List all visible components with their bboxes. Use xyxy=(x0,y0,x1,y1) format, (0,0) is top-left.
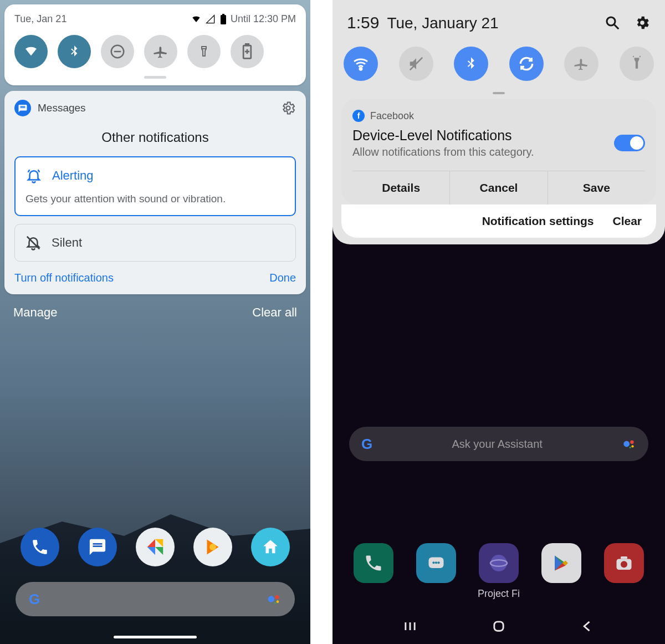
svg-point-4 xyxy=(274,602,276,604)
details-button[interactable]: Details xyxy=(352,171,450,205)
dock-phone-icon[interactable] xyxy=(354,543,393,583)
status-date: Tue, January 21 xyxy=(387,14,498,32)
facebook-app-icon: f xyxy=(352,110,365,122)
done-button[interactable]: Done xyxy=(269,272,296,284)
turn-off-notifications-link[interactable]: Turn off notifications xyxy=(14,272,114,284)
qs-flashlight-tile[interactable] xyxy=(620,47,654,81)
qs-battery-saver-tile[interactable] xyxy=(231,35,264,68)
status-time: 1:59 xyxy=(347,13,379,32)
manage-button[interactable]: Manage xyxy=(13,305,58,320)
svg-line-34 xyxy=(615,25,619,29)
svg-rect-32 xyxy=(494,622,503,631)
clear-all-button[interactable]: Clear all xyxy=(252,305,297,320)
qs-flashlight-tile[interactable] xyxy=(187,35,221,68)
svg-point-33 xyxy=(607,17,615,25)
svg-rect-11 xyxy=(245,44,248,45)
home-dock xyxy=(0,528,310,566)
svg-point-3 xyxy=(277,600,279,603)
svg-point-22 xyxy=(435,561,437,564)
wifi-status-icon xyxy=(191,14,202,25)
silent-label: Silent xyxy=(52,236,82,250)
dock-play-music-icon[interactable] xyxy=(193,528,232,566)
svg-rect-28 xyxy=(621,556,627,559)
cancel-button[interactable]: Cancel xyxy=(450,171,548,205)
dock-photos-icon[interactable] xyxy=(136,528,175,566)
dock-messages-icon[interactable] xyxy=(78,528,117,566)
svg-point-36 xyxy=(360,68,362,70)
nav-back-icon[interactable] xyxy=(580,619,595,634)
dock-play-store-icon[interactable] xyxy=(541,543,581,583)
qs-dnd-tile[interactable] xyxy=(101,35,134,68)
qs-wifi-tile[interactable] xyxy=(14,35,48,68)
silent-bell-icon xyxy=(25,234,42,251)
dock-camera-icon[interactable] xyxy=(604,543,644,583)
dock-phone-icon[interactable] xyxy=(21,528,59,566)
svg-rect-9 xyxy=(202,47,206,49)
qs-airplane-tile[interactable] xyxy=(144,35,177,68)
svg-line-39 xyxy=(633,56,633,57)
quick-settings-panel: Tue, Jan 21 Until 12:30 PM xyxy=(4,4,306,85)
notification-app-name: Facebook xyxy=(370,110,414,122)
signal-status-icon xyxy=(205,14,216,25)
notification-settings-gear-icon[interactable] xyxy=(280,100,296,116)
svg-point-18 xyxy=(631,445,633,447)
google-search-bar[interactable]: G xyxy=(16,582,295,616)
svg-point-21 xyxy=(433,561,435,564)
dock-label: Project Fi xyxy=(332,588,665,600)
alerting-option[interactable]: Alerting Gets your attention with sound … xyxy=(14,156,296,216)
status-bar: 1:59 Tue, January 21 xyxy=(332,0,665,42)
qs-airplane-tile[interactable] xyxy=(564,47,598,81)
qs-bluetooth-tile[interactable] xyxy=(454,47,488,81)
qs-wifi-tile[interactable] xyxy=(344,47,378,81)
alerting-description: Gets your attention with sound or vibrat… xyxy=(25,193,285,205)
google-logo-icon: G xyxy=(361,436,372,453)
notification-card: f Facebook Device-Level Notifications Al… xyxy=(341,99,656,205)
svg-point-1 xyxy=(268,596,275,602)
battery-until-text: Until 12:30 PM xyxy=(231,13,296,25)
svg-point-35 xyxy=(640,21,644,25)
qs-bluetooth-tile[interactable] xyxy=(58,35,91,68)
alerting-label: Alerting xyxy=(52,168,94,183)
assistant-icon xyxy=(622,437,636,451)
dock-messages-icon[interactable] xyxy=(416,543,456,583)
status-date: Tue, Jan 21 xyxy=(14,13,66,25)
svg-line-40 xyxy=(640,56,640,57)
clear-button[interactable]: Clear xyxy=(612,214,642,228)
settings-gear-icon[interactable] xyxy=(634,14,651,31)
silent-option[interactable]: Silent xyxy=(14,224,296,262)
google-logo-icon: G xyxy=(29,591,40,608)
qs-expand-handle[interactable] xyxy=(493,92,505,94)
svg-rect-6 xyxy=(222,14,224,15)
svg-point-24 xyxy=(490,555,507,571)
quick-settings-panel: 1:59 Tue, January 21 f xyxy=(332,0,665,244)
qs-expand-handle[interactable] xyxy=(144,76,166,79)
search-icon[interactable] xyxy=(604,14,621,31)
svg-point-27 xyxy=(621,561,627,568)
nav-recents-icon[interactable] xyxy=(402,619,418,634)
svg-point-14 xyxy=(287,106,290,110)
assistant-search-bar[interactable]: G Ask your Assistant xyxy=(349,427,648,461)
assistant-icon xyxy=(266,591,282,607)
svg-rect-5 xyxy=(221,15,226,24)
svg-point-19 xyxy=(630,447,631,448)
alerting-bell-icon xyxy=(25,167,42,184)
svg-point-16 xyxy=(623,441,630,447)
notification-settings-button[interactable]: Notification settings xyxy=(482,214,594,228)
dock-internet-icon[interactable] xyxy=(479,543,519,583)
save-button[interactable]: Save xyxy=(548,171,645,205)
notification-app-name: Messages xyxy=(38,102,86,114)
qs-autorotate-tile[interactable] xyxy=(509,47,544,81)
notification-toggle[interactable] xyxy=(614,135,645,151)
gesture-bar[interactable] xyxy=(114,636,197,638)
svg-point-17 xyxy=(630,441,634,444)
messages-app-icon xyxy=(14,100,31,116)
battery-status-icon xyxy=(219,14,227,25)
notification-subtitle: Allow notifications from this category. xyxy=(352,146,534,159)
nav-home-icon[interactable] xyxy=(491,619,507,634)
svg-point-0 xyxy=(209,544,216,550)
status-bar: Tue, Jan 21 Until 12:30 PM xyxy=(14,13,296,25)
dock-home-icon[interactable] xyxy=(251,528,290,566)
home-background: G xyxy=(0,500,310,644)
qs-sound-tile[interactable] xyxy=(399,47,433,81)
assistant-placeholder: Ask your Assistant xyxy=(452,438,542,451)
